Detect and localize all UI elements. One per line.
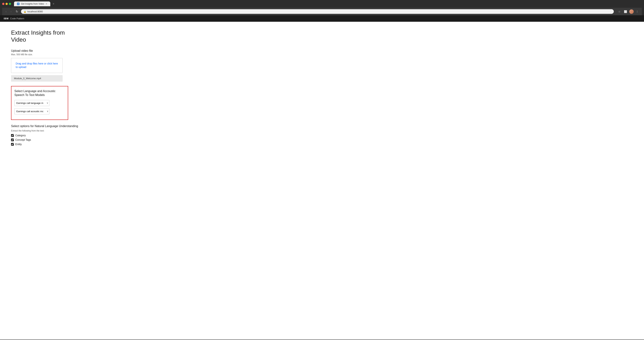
language-section-title: Select Language and Accoustic Speech To … bbox=[14, 89, 65, 97]
checkbox-entity: Entity bbox=[11, 143, 633, 146]
reload-button[interactable]: ↻ bbox=[14, 10, 19, 14]
tab-title: Get Insights from Video bbox=[21, 2, 44, 5]
active-tab[interactable]: ✦ Get Insights from Video ✕ bbox=[14, 2, 50, 6]
checkbox-category-label: Category bbox=[15, 134, 26, 137]
main-content: Extract Insights from Video Upload video… bbox=[0, 22, 644, 340]
acoustic-dropdown-arrow-icon: ∨ bbox=[45, 110, 49, 112]
maximize-window-button[interactable] bbox=[9, 3, 11, 5]
traffic-lights bbox=[2, 3, 11, 5]
app-header: IBM Code Pattern bbox=[0, 15, 644, 22]
avatar[interactable] bbox=[629, 10, 634, 14]
tab-close-button[interactable]: ✕ bbox=[46, 2, 47, 5]
upload-dropzone[interactable]: Drag and drop files here or click here t… bbox=[11, 58, 63, 73]
upload-sublabel: Max. 500 MB file size. bbox=[11, 53, 633, 56]
ibm-logo: IBM bbox=[4, 17, 9, 20]
lock-icon: 🔒 bbox=[24, 10, 26, 13]
extension-button[interactable]: ⬜ bbox=[623, 10, 628, 14]
checkbox-category-input[interactable] bbox=[11, 134, 14, 137]
browser-titlebar: ✦ Get Insights from Video ✕ + bbox=[2, 2, 642, 6]
browser-chrome: ✦ Get Insights from Video ✕ + ‹ › ↻ 🔒 lo… bbox=[0, 0, 644, 15]
app-header-title: Code Pattern bbox=[10, 17, 24, 20]
checkbox-concept-tags: Concept Tags bbox=[11, 138, 633, 141]
uploaded-file: Module_0_Welcome.mp4 bbox=[11, 75, 63, 82]
nlu-section-title: Select options for Natural Language Unde… bbox=[11, 124, 633, 128]
checkbox-entity-input[interactable] bbox=[11, 143, 14, 146]
close-window-button[interactable] bbox=[2, 3, 4, 5]
upload-label: Upload video file bbox=[11, 49, 633, 52]
extract-label: Extract the following from the text: bbox=[11, 130, 633, 132]
minimize-window-button[interactable] bbox=[6, 3, 8, 5]
checkbox-category: Category bbox=[11, 134, 633, 137]
acoustic-dropdown[interactable]: Earnings call acoustic mc Default acoust… bbox=[14, 108, 45, 114]
checkbox-entity-label: Entity bbox=[15, 143, 22, 146]
language-dropdown-arrow-icon: ∨ bbox=[45, 102, 49, 104]
back-button[interactable]: ‹ bbox=[4, 10, 8, 14]
language-model-section: Select Language and Accoustic Speech To … bbox=[11, 86, 68, 120]
menu-button[interactable]: ⋮ bbox=[635, 10, 640, 14]
tab-favicon-icon: ✦ bbox=[17, 2, 20, 5]
new-tab-button[interactable]: + bbox=[51, 2, 56, 6]
browser-nav: ‹ › ↻ 🔒 localhost:8080 ☆ ⬜ ⋮ bbox=[2, 8, 642, 15]
language-dropdown[interactable]: Earnings call language m English broadba… bbox=[14, 100, 45, 106]
url-text: localhost:8080 bbox=[28, 10, 43, 13]
dropzone-text: Drag and drop files here or click here t… bbox=[16, 62, 58, 69]
upload-section: Upload video file Max. 500 MB file size.… bbox=[11, 49, 633, 82]
page-title: Extract Insights from Video bbox=[11, 29, 633, 43]
nlu-section: Select options for Natural Language Unde… bbox=[11, 124, 633, 146]
language-dropdown-container[interactable]: Earnings call language m English broadba… bbox=[14, 100, 49, 106]
forward-button[interactable]: › bbox=[10, 10, 12, 14]
tab-bar: ✦ Get Insights from Video ✕ + bbox=[14, 2, 56, 6]
bookmark-button[interactable]: ☆ bbox=[617, 10, 622, 14]
address-bar[interactable]: 🔒 localhost:8080 bbox=[21, 9, 614, 14]
checkbox-concept-tags-label: Concept Tags bbox=[15, 138, 31, 141]
browser-actions: ☆ ⬜ ⋮ bbox=[617, 10, 640, 14]
checkbox-concept-tags-input[interactable] bbox=[11, 138, 14, 141]
acoustic-dropdown-container[interactable]: Earnings call acoustic mc Default acoust… bbox=[14, 108, 49, 114]
